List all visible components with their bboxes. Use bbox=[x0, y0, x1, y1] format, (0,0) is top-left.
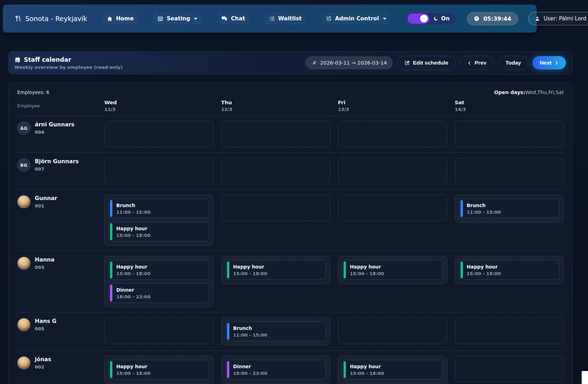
open-days: Open days:Wed,Thu,Fri,Sat bbox=[494, 90, 564, 95]
column-headers: Employee Wed11/3Thu12/3Fri13/3Sat14/3 bbox=[17, 99, 564, 116]
employee-name: Gunnar bbox=[35, 195, 57, 202]
employee-cell: Hans G005 bbox=[17, 317, 97, 331]
employee-info: Hans G005 bbox=[35, 318, 57, 331]
nav-item-waitlist[interactable]: Waitlist bbox=[265, 13, 306, 25]
schedule-cell: Brunch11:00 - 15:00Happy hour15:00 - 18:… bbox=[104, 194, 214, 246]
date-range-badge[interactable]: 2026-03-11 → 2026-03-14 bbox=[306, 57, 393, 69]
nav-item-chat[interactable]: Chat bbox=[217, 13, 249, 25]
shift-chip: Happy hour15:00 - 18:00 bbox=[109, 360, 209, 379]
moon-icon bbox=[433, 16, 439, 21]
employee-cell: ÁGárni Gunnars004 bbox=[17, 121, 97, 135]
toggle-knob bbox=[420, 15, 428, 22]
shift-chip: Happy hour15:00 - 18:00 bbox=[109, 260, 209, 280]
shift-label: Brunch bbox=[116, 202, 204, 209]
employee-name: jónas bbox=[35, 356, 51, 363]
schedule-cell: Brunch11:00 - 15:00 bbox=[455, 194, 564, 223]
swap-arrows-icon bbox=[312, 60, 317, 66]
shift-chip: Brunch11:00 - 15:00 bbox=[109, 199, 209, 218]
nav-item-label: Waitlist bbox=[278, 15, 302, 22]
avatar-initials: BG bbox=[17, 158, 31, 172]
day-name: Fri bbox=[338, 99, 447, 106]
prev-label: Prev bbox=[475, 60, 486, 66]
shift-time: 15:00 - 18:00 bbox=[233, 270, 321, 277]
employee-cell: BGBjörn Gunnars007 bbox=[17, 158, 97, 172]
shift-time: 11:00 - 15:00 bbox=[116, 209, 204, 216]
page-subtitle: Weekly overview by employee (read-only) bbox=[14, 65, 123, 70]
chevron-right-icon bbox=[554, 61, 559, 65]
day-header-thu: Thu12/3 bbox=[221, 99, 331, 112]
day-name: Wed bbox=[104, 99, 214, 106]
employee-row: BGBjörn Gunnars007 bbox=[17, 153, 564, 190]
schedule-cell: Happy hour15:00 - 18:00 bbox=[221, 256, 331, 284]
employee-id: 003 bbox=[35, 265, 54, 270]
nav-item-seating[interactable]: Seating bbox=[153, 13, 202, 25]
schedule-cell: Dinner18:00 - 23:00 bbox=[221, 356, 331, 384]
clock-value: 05:39:44 bbox=[483, 15, 511, 22]
schedule-cell: Happy hour15:00 - 18:00 bbox=[455, 256, 564, 284]
nav-item-label: Home bbox=[116, 15, 133, 22]
user-badge[interactable]: User: Pálmi Lord (Admin) bbox=[528, 12, 588, 25]
next-label: Next bbox=[540, 60, 551, 66]
shift-chip: Happy hour15:00 - 18:00 bbox=[459, 260, 560, 280]
edit-pencil-icon bbox=[404, 60, 410, 66]
avatar-photo bbox=[17, 356, 31, 370]
nav-item-admin-control[interactable]: Admin Control bbox=[321, 13, 391, 25]
brand-label: Sonota - Reykjavík bbox=[25, 15, 87, 22]
user-label: User: Pálmi Lord (Admin) bbox=[544, 15, 588, 22]
employee-info: Gunnar001 bbox=[35, 195, 57, 208]
employee-row: Hanna003Happy hour15:00 - 18:00Dinner18:… bbox=[17, 251, 564, 312]
shift-chip: Brunch11:00 - 15:00 bbox=[226, 322, 326, 341]
today-button[interactable]: Today bbox=[498, 56, 529, 70]
chevron-down-icon bbox=[383, 18, 386, 20]
shift-label: Happy hour bbox=[467, 264, 555, 270]
scrollbar-thumb[interactable] bbox=[582, 371, 588, 384]
schedule-cell: Happy hour15:00 - 18:00 bbox=[104, 356, 214, 384]
schedule-cell: Happy hour15:00 - 18:00Brunch11:00 - 15:… bbox=[338, 356, 447, 384]
clock-icon bbox=[473, 15, 480, 22]
dark-mode-state: On bbox=[429, 15, 455, 22]
schedule-cell: Happy hour15:00 - 18:00 bbox=[338, 256, 447, 284]
avatar-initials: ÁG bbox=[17, 121, 31, 135]
day-name: Thu bbox=[221, 99, 331, 106]
employee-row: jónas002Happy hour15:00 - 18:00Dinner18:… bbox=[17, 351, 564, 384]
employee-id: 004 bbox=[35, 130, 74, 135]
today-label: Today bbox=[505, 60, 521, 66]
shift-chip: Happy hour15:00 - 18:00 bbox=[109, 222, 209, 241]
day-header-fri: Fri13/3 bbox=[338, 99, 447, 112]
shift-chip: Dinner18:00 - 23:00 bbox=[226, 360, 326, 379]
prev-button[interactable]: Prev bbox=[460, 56, 494, 70]
sliders-icon bbox=[326, 15, 332, 22]
shift-time: 18:00 - 23:00 bbox=[233, 370, 321, 377]
clock-badge: 05:39:44 bbox=[467, 12, 518, 25]
schedule-cell bbox=[221, 158, 331, 184]
nav-item-label: Chat bbox=[231, 15, 245, 22]
next-button[interactable]: Next bbox=[533, 56, 566, 69]
nav-item-label: Admin Control bbox=[335, 15, 379, 22]
staff-schedule-table: Employees: 6 Open days:Wed,Thu,Fri,Sat E… bbox=[8, 83, 573, 384]
open-days-value: Wed,Thu,Fri,Sat bbox=[525, 90, 564, 95]
brand[interactable]: Sonota - Reykjavík bbox=[15, 15, 87, 22]
edit-schedule-button[interactable]: Edit schedule bbox=[397, 56, 456, 70]
employee-row: Gunnar001Brunch11:00 - 15:00Happy hour15… bbox=[17, 190, 564, 251]
shift-chip: Happy hour15:00 - 18:00 bbox=[342, 360, 443, 379]
employee-name: Hans G bbox=[35, 318, 57, 325]
schedule-cell bbox=[455, 356, 564, 382]
nav-item-home[interactable]: Home bbox=[103, 13, 138, 25]
edit-schedule-label: Edit schedule bbox=[413, 60, 448, 66]
nav-item-label: Seating bbox=[166, 15, 190, 22]
shift-label: Happy hour bbox=[350, 264, 438, 270]
employee-cell: Hanna003 bbox=[17, 256, 97, 270]
navbar: Sonota - Reykjavík Home Seating Chat Wai… bbox=[3, 5, 537, 33]
shift-label: Dinner bbox=[233, 363, 321, 370]
employee-info: árni Gunnars004 bbox=[35, 121, 74, 135]
shift-time: 15:00 - 18:00 bbox=[350, 270, 438, 277]
shift-time: 15:00 - 18:00 bbox=[116, 370, 204, 377]
schedule-cell bbox=[338, 194, 447, 221]
employee-name: Hanna bbox=[35, 257, 54, 263]
dark-mode-toggle[interactable] bbox=[407, 13, 429, 24]
shift-chip: Dinner18:00 - 23:00 bbox=[109, 283, 209, 303]
day-date: 13/3 bbox=[338, 107, 447, 112]
employee-id: 007 bbox=[35, 166, 79, 172]
schedule-cell bbox=[338, 158, 447, 184]
employee-info: jónas002 bbox=[35, 356, 51, 370]
